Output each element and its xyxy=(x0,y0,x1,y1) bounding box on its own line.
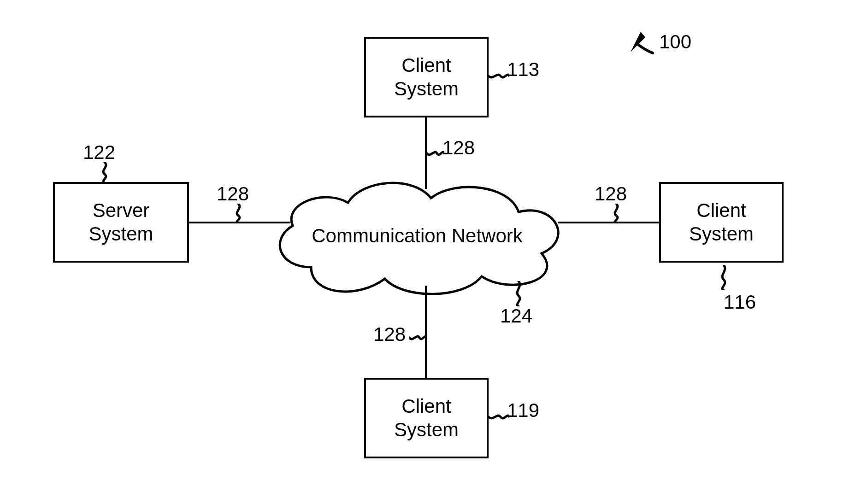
link-right-ref: 128 xyxy=(595,184,627,204)
client-right-box: ClientSystem xyxy=(659,182,784,263)
squiggle-icon xyxy=(489,69,509,83)
client-bottom-ref-label: 119 xyxy=(507,401,539,420)
figure-ref-label: 100 xyxy=(659,32,691,52)
server-ref-label: 122 xyxy=(83,143,115,162)
link-bottom-ref: 128 xyxy=(373,325,406,344)
client-right-ref-label: 116 xyxy=(724,293,756,312)
network-label: Communication Network xyxy=(260,225,574,247)
squiggle-icon xyxy=(427,147,444,159)
server-system-box: ServerSystem xyxy=(53,182,189,263)
squiggle-icon xyxy=(231,204,245,223)
squiggle-icon xyxy=(512,281,525,306)
squiggle-icon xyxy=(717,265,731,290)
squiggle-icon xyxy=(489,410,509,424)
client-top-ref-label: 113 xyxy=(507,60,539,79)
client-bottom-box: ClientSystem xyxy=(364,378,489,458)
link-top-ref: 128 xyxy=(442,138,475,158)
link-left-ref: 128 xyxy=(217,184,249,204)
network-ref-label: 124 xyxy=(500,306,532,326)
client-top-label: ClientSystem xyxy=(394,54,459,100)
link-right xyxy=(558,222,659,223)
squiggle-icon xyxy=(609,204,623,223)
squiggle-icon xyxy=(98,162,112,183)
client-top-box: ClientSystem xyxy=(364,37,489,117)
squiggle-icon xyxy=(409,332,427,344)
diagram-canvas: 100 ServerSystem 122 ClientSystem 113 Cl… xyxy=(0,0,861,504)
server-system-label: ServerSystem xyxy=(88,199,153,246)
client-bottom-label: ClientSystem xyxy=(394,395,459,441)
client-right-label: ClientSystem xyxy=(689,199,754,246)
network-cloud: Communication Network xyxy=(260,175,574,295)
figure-ref-arrow-icon xyxy=(627,30,655,58)
